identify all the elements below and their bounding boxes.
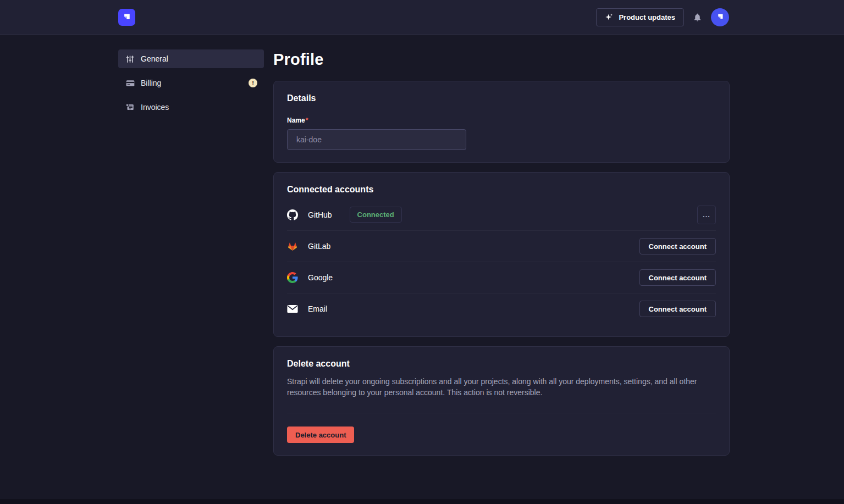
account-provider-label: Email <box>308 304 327 313</box>
bell-icon <box>693 12 702 23</box>
delete-account-button[interactable]: Delete account <box>287 427 354 443</box>
account-row-email: Email Connect account <box>287 293 716 324</box>
email-connect-button[interactable]: Connect account <box>639 301 716 317</box>
account-provider-label: Google <box>308 273 333 282</box>
github-options-button[interactable]: ... <box>697 206 716 224</box>
email-icon <box>287 303 298 314</box>
avatar-strapi-glyph <box>715 12 725 22</box>
accounts-list: GitHub Connected ... <box>287 199 716 324</box>
sidebar-item-invoices[interactable]: Invoices <box>118 98 264 117</box>
account-provider-label: GitHub <box>308 211 332 219</box>
delete-account-heading: Delete account <box>287 359 716 369</box>
sidebar-item-general[interactable]: General <box>118 49 264 68</box>
details-heading: Details <box>287 93 716 103</box>
delete-account-card: Delete account Strapi will delete your o… <box>273 346 730 456</box>
github-icon <box>287 209 298 220</box>
sidebar-item-label: Billing <box>141 79 161 87</box>
connected-status-badge: Connected <box>350 207 402 223</box>
billing-warning-badge: ! <box>249 79 257 87</box>
details-card: Details Name* <box>273 81 730 163</box>
bottom-edge-strip <box>0 499 844 504</box>
account-row-google: Google Connect account <box>287 262 716 293</box>
name-input[interactable] <box>287 129 466 150</box>
sidebar-item-billing[interactable]: Billing ! <box>118 74 264 92</box>
settings-sidebar: General Billing ! <box>118 49 264 465</box>
sliders-icon <box>126 55 135 63</box>
account-row-gitlab: GitLab Connect account <box>287 230 716 262</box>
name-label: Name* <box>287 117 308 124</box>
top-navbar: Product updates <box>0 0 844 35</box>
sidebar-item-label: Invoices <box>141 103 169 112</box>
sparkles-icon <box>605 13 614 21</box>
required-asterisk: * <box>306 117 308 124</box>
strapi-logo[interactable] <box>118 9 135 26</box>
google-connect-button[interactable]: Connect account <box>639 269 716 286</box>
delete-account-description: Strapi will delete your ongoing subscrip… <box>287 376 716 398</box>
credit-card-icon <box>126 80 135 87</box>
connected-accounts-heading: Connected accounts <box>287 185 716 195</box>
notifications-button[interactable] <box>693 12 702 23</box>
invoice-icon <box>126 103 135 111</box>
name-field-group: Name* <box>287 115 716 150</box>
google-icon <box>287 272 298 283</box>
divider <box>287 413 716 413</box>
page-title: Profile <box>273 51 730 69</box>
user-avatar[interactable] <box>711 8 729 26</box>
strapi-logo-icon <box>121 12 133 23</box>
sidebar-item-label: General <box>141 54 168 63</box>
product-updates-label: Product updates <box>619 13 675 21</box>
account-provider-label: GitLab <box>308 242 330 251</box>
connected-accounts-card: Connected accounts GitHub Connected ... <box>273 172 730 337</box>
gitlab-icon <box>287 241 298 252</box>
account-row-github: GitHub Connected ... <box>287 199 716 230</box>
gitlab-connect-button[interactable]: Connect account <box>639 238 716 254</box>
product-updates-button[interactable]: Product updates <box>596 8 684 26</box>
